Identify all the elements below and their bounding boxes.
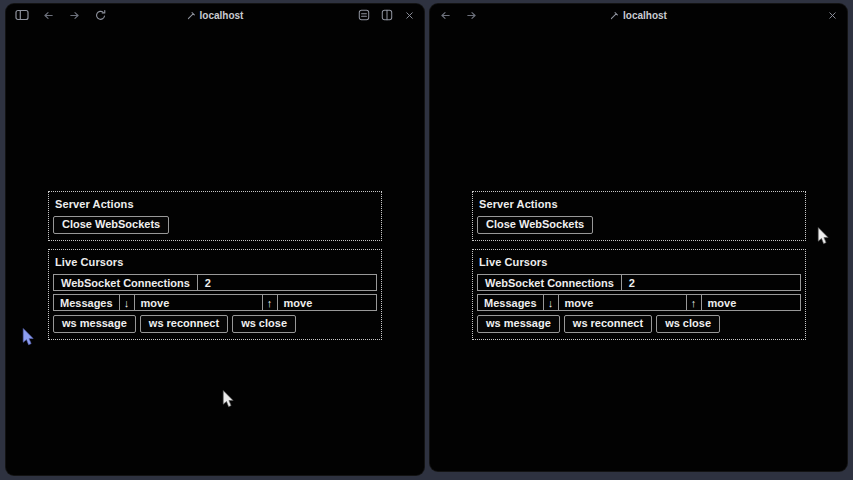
messages-row: Messages ↓ move ↑ move	[477, 294, 801, 311]
live-cursors-section: Live Cursors WebSocket Connections 2 Mes…	[472, 249, 806, 340]
ws-buttons-row: ws message ws reconnect ws close	[53, 315, 377, 333]
back-icon[interactable]	[439, 9, 452, 22]
arrow-up-icon: ↑	[262, 294, 278, 311]
server-actions-title: Server Actions	[479, 198, 801, 210]
ws-buttons-row: ws message ws reconnect ws close	[477, 315, 801, 333]
server-actions-section: Server Actions Close WebSockets	[472, 191, 806, 241]
demo-panel: Server Actions Close WebSockets Live Cur…	[48, 191, 382, 340]
last-sent-message: move	[277, 294, 377, 311]
reader-icon[interactable]	[358, 9, 370, 21]
live-cursors-title: Live Cursors	[55, 256, 377, 268]
ws-message-button[interactable]: ws message	[53, 315, 136, 333]
forward-icon[interactable]	[68, 9, 81, 22]
connections-value: 2	[198, 275, 376, 290]
titlebar: localhost	[6, 4, 424, 26]
close-icon[interactable]	[827, 10, 838, 21]
server-actions-title: Server Actions	[55, 198, 377, 210]
connections-value: 2	[622, 275, 800, 290]
link-icon	[187, 11, 196, 20]
last-received-message: move	[134, 294, 263, 311]
messages-label: Messages	[477, 294, 544, 311]
ws-message-button[interactable]: ws message	[477, 315, 560, 333]
ws-close-button[interactable]: ws close	[232, 315, 296, 333]
websocket-connections-row: WebSocket Connections 2	[53, 274, 377, 291]
connections-label: WebSocket Connections	[478, 275, 622, 290]
ws-reconnect-button[interactable]: ws reconnect	[564, 315, 652, 333]
close-websockets-button[interactable]: Close WebSockets	[477, 216, 593, 234]
live-cursors-title: Live Cursors	[479, 256, 801, 268]
back-icon[interactable]	[42, 9, 55, 22]
url-text: localhost	[200, 10, 244, 21]
address-display[interactable]: localhost	[430, 4, 847, 26]
live-cursors-section: Live Cursors WebSocket Connections 2 Mes…	[48, 249, 382, 340]
last-sent-message: move	[701, 294, 801, 311]
sidebar-toggle-icon[interactable]	[15, 8, 29, 22]
url-text: localhost	[623, 10, 667, 21]
server-actions-section: Server Actions Close WebSockets	[48, 191, 382, 241]
demo-panel: Server Actions Close WebSockets Live Cur…	[472, 191, 806, 340]
forward-icon[interactable]	[465, 9, 478, 22]
arrow-down-icon: ↓	[543, 294, 559, 311]
link-icon	[610, 11, 619, 20]
tab-overview-icon[interactable]	[381, 9, 393, 21]
close-websockets-button[interactable]: Close WebSockets	[53, 216, 169, 234]
messages-row: Messages ↓ move ↑ move	[53, 294, 377, 311]
titlebar: localhost	[430, 4, 847, 26]
last-received-message: move	[558, 294, 687, 311]
arrow-down-icon: ↓	[119, 294, 135, 311]
reload-icon[interactable]	[94, 9, 107, 22]
close-icon[interactable]	[404, 10, 415, 21]
arrow-up-icon: ↑	[686, 294, 702, 311]
ws-reconnect-button[interactable]: ws reconnect	[140, 315, 228, 333]
connections-label: WebSocket Connections	[54, 275, 198, 290]
messages-label: Messages	[53, 294, 120, 311]
browser-window-right: localhost Server Actions Close WebSocket…	[429, 3, 848, 472]
websocket-connections-row: WebSocket Connections 2	[477, 274, 801, 291]
ws-close-button[interactable]: ws close	[656, 315, 720, 333]
browser-window-left: localhost Server Actions Close WebSocket…	[5, 3, 425, 476]
